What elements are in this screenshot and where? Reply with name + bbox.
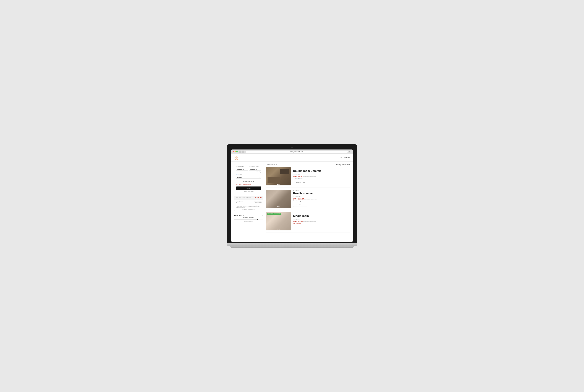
booking-name: Booking.com (236, 200, 242, 202)
guests-label: 👤 Guests (236, 174, 261, 175)
price-range-values: EUR 66 - EUR 138 (234, 217, 263, 219)
room-price-original-family: EUR 274.40 (293, 196, 348, 198)
bed-icon-single: 🛏 (293, 212, 295, 214)
laptop-outer: ‹ › www.yourwebsite.com ↑ + (227, 144, 357, 248)
best-price-label: BEST PRICE GUARANTEED (236, 197, 251, 198)
bed-icon-family: 🛏 (293, 190, 295, 191)
edreams-price: EUR 523.00 (255, 202, 262, 204)
svg-rect-1 (236, 156, 238, 158)
price-range-header: Price Range ∧ (234, 214, 263, 216)
svg-rect-0 (235, 156, 236, 158)
person-icon: 👤 (236, 174, 238, 175)
room-beds-double: 🛏 2 BEDS (293, 167, 348, 169)
guests-select[interactable]: 2 adults1 adult3 adults (236, 176, 261, 179)
dot-yellow[interactable] (234, 151, 236, 152)
site-body: 📅 Arrival date 📅 Departure date (231, 162, 353, 237)
arrival-label: 📅 Arrival date (236, 166, 248, 167)
lang-label: EN (339, 157, 341, 159)
room-price-current-single: EUR 66.04 Average price per night (293, 220, 348, 222)
price-per-night-double: Average price per night (303, 176, 316, 177)
collapse-icon[interactable]: ∧ (262, 214, 263, 216)
browser-dots (233, 151, 238, 152)
screen-bezel: ‹ › www.yourwebsite.com ↑ + (227, 144, 357, 243)
room-beds-family: 🛏 2 BEDS (293, 190, 348, 191)
best-price-badge-single: BEST PRICE ON THIS DATE (267, 213, 281, 214)
lang-chevron-icon: ▾ (342, 157, 342, 158)
currency-label: € EUR (344, 157, 349, 159)
book-button-family[interactable]: Book this room (293, 203, 307, 207)
tag-icon: 🏷 (236, 184, 237, 185)
room-image-single: BEST PRICE ON THIS DATE (266, 212, 291, 230)
room-name-family: Familienzimmer (293, 192, 348, 195)
room-card-single: BEST PRICE ON THIS DATE 🛏 2 BEDS (266, 212, 350, 233)
edreams-name: eDreams.com (236, 202, 243, 204)
price-compare: BEST PRICE GUARANTEED EUR 66.04 Booking.… (234, 196, 263, 211)
results-panel: Found: 4 Results Sort by: Popularity ▾ (266, 164, 350, 235)
price-per-night-single: Average price per night (303, 221, 316, 222)
room-card-double: 🛏 2 BEDS Double room Comfort EUR 73.18 E… (266, 167, 350, 188)
promo-link[interactable]: 🏷 I have a promotion code (236, 184, 261, 185)
website: EN ▾ € EUR ▾ (231, 154, 353, 242)
price-amount-family: EUR 137.20 (293, 198, 304, 200)
competitor-booking: Booking.com EUR 1,100.00 (236, 200, 262, 202)
range-thumb[interactable] (257, 219, 258, 220)
price-range-note: Average nightly rate (234, 221, 263, 222)
room-price-current-double: EUR 69.52 Average price per night (293, 175, 348, 178)
calendar-icon: 📅 (236, 166, 238, 167)
currency-selector[interactable]: € EUR ▾ (344, 157, 350, 159)
address-bar[interactable]: www.yourwebsite.com (245, 150, 348, 153)
book-button-double[interactable]: Book this room (293, 180, 307, 184)
fdot-1 (277, 206, 278, 207)
header-controls: EN ▾ € EUR ▾ (339, 157, 350, 159)
room-beds-single: 🛏 2 BEDS (293, 212, 348, 214)
room-image-double (266, 167, 291, 186)
arrival-input[interactable] (236, 168, 248, 171)
date-row: 📅 Arrival date 📅 Departure date (236, 166, 261, 171)
departure-input[interactable] (249, 168, 261, 171)
currency-chevron-icon: ▾ (349, 157, 350, 158)
search-button[interactable]: Search (236, 186, 261, 190)
share-icon[interactable]: ↑ (349, 151, 350, 152)
room-info-single: 🛏 2 BEDS Single room EUR 69.52 EUR 66.04… (291, 212, 350, 230)
lang-selector[interactable]: EN ▾ (339, 157, 342, 159)
dot-2 (278, 184, 279, 185)
forward-button[interactable]: › (242, 150, 244, 153)
dot-red[interactable] (233, 151, 234, 152)
room-info-double: 🛏 2 BEDS Double room Comfort EUR 73.18 E… (291, 167, 350, 186)
results-header: Found: 4 Results Sort by: Popularity ▾ (266, 164, 350, 166)
price-compare-header: BEST PRICE GUARANTEED EUR 66.04 (234, 196, 263, 200)
image-dots-family (277, 206, 280, 207)
site-logo[interactable] (234, 156, 238, 160)
sdot-1 (277, 229, 278, 230)
price-range-title: Price Range (234, 214, 244, 216)
room-name-double: Double room Comfort (293, 170, 348, 172)
sort-control[interactable]: Sort by: Popularity ▾ (336, 164, 350, 166)
calendar2-icon: 📅 (249, 166, 251, 167)
room-name-single: Single room (293, 214, 348, 218)
room-price-current-family: EUR 137.20 Average price per night (293, 198, 348, 200)
sort-label: Sort by: Popularity (336, 164, 349, 166)
back-button[interactable]: ‹ (239, 150, 241, 153)
search-panel: 📅 Arrival date 📅 Departure date (234, 164, 263, 235)
checked-by: Checked by 123compare.me (236, 209, 262, 210)
fdot-3 (279, 206, 280, 207)
image-dots-single (277, 229, 279, 230)
svg-rect-2 (235, 158, 236, 160)
fdot-2 (278, 206, 279, 207)
reset-link[interactable]: Reset your search (236, 191, 261, 192)
add-tab-icon[interactable]: + (351, 151, 351, 152)
price-range-section: Price Range ∧ EUR 66 - EUR 138 (234, 213, 263, 222)
sdot-2 (279, 229, 279, 230)
add-room-button[interactable]: Add another room (236, 180, 261, 183)
range-slider[interactable] (234, 220, 263, 220)
dot-green[interactable] (236, 151, 238, 152)
browser-bar: ‹ › www.yourwebsite.com ↑ + (231, 150, 353, 154)
room-card-family: 🛏 2 BEDS Familienzimmer EUR 274.40 EUR 1… (266, 190, 350, 210)
bed-icon-double: 🛏 (293, 167, 295, 169)
laptop-bottom (227, 243, 357, 246)
results-count: Found: 4 Results (266, 164, 277, 166)
svg-rect-3 (236, 158, 238, 160)
sort-chevron-icon: ▾ (349, 164, 350, 165)
browser-actions: ↑ + (349, 151, 351, 152)
laptop-base (230, 246, 354, 248)
